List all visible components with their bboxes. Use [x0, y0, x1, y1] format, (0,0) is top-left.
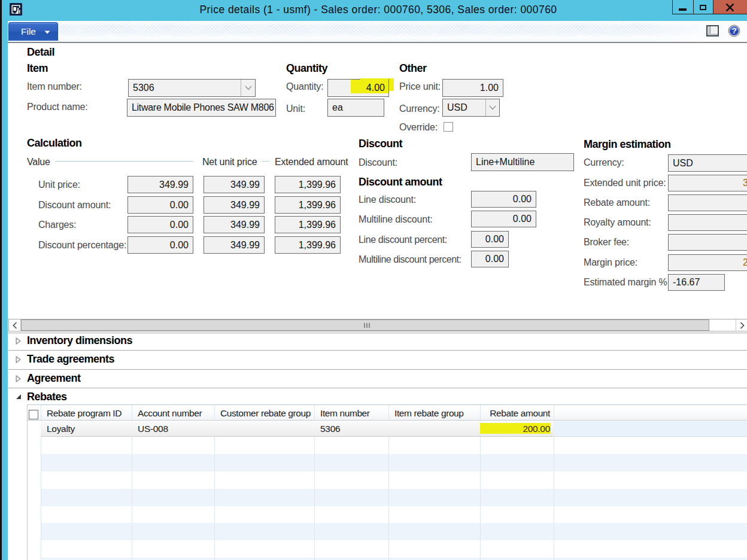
svg-text:?: ?	[731, 26, 736, 35]
